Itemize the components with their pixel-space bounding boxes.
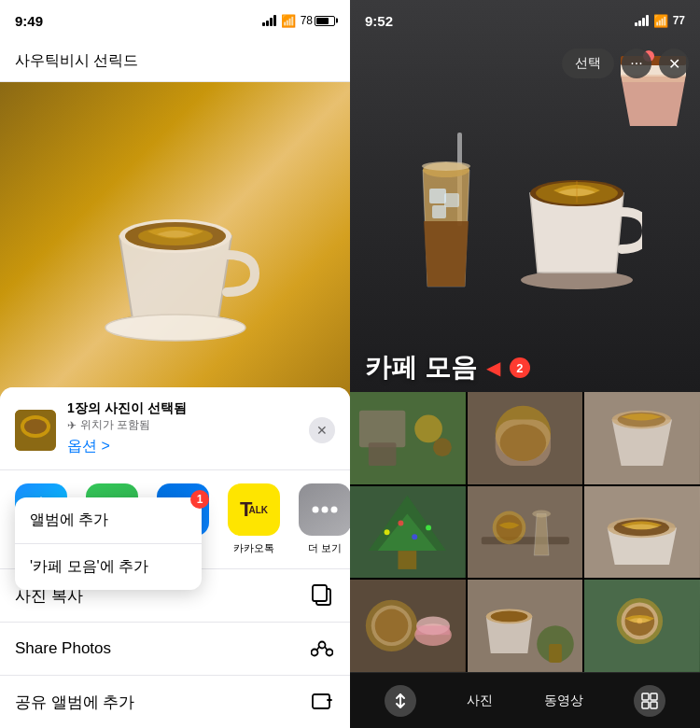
more-label: 더 보기 [308,541,342,555]
right-battery: 77 [673,14,685,27]
svg-rect-80 [549,644,562,663]
share-header: 1장의 사진이 선택됨 ✈ 위치가 포함됨 옵션 > ✕ [0,387,350,470]
grid-cell-7[interactable] [350,580,466,672]
right-status-icons: 📶 77 [635,14,685,28]
left-status-icons: 📶 78 [262,14,335,28]
grid-cell-3[interactable] [584,392,700,484]
grid-cell-8[interactable] [468,580,583,672]
svg-rect-45 [369,442,397,466]
svg-rect-58 [398,551,416,569]
svg-point-47 [433,438,452,456]
add-to-album-item[interactable]: 앨범에 추가 [15,497,202,544]
svg-point-67 [532,510,551,517]
svg-point-7 [24,419,47,434]
svg-point-51 [499,424,545,461]
svg-rect-26 [313,694,329,708]
grid-cell-1[interactable] [350,392,466,484]
photo-grid [350,392,700,672]
svg-rect-20 [313,585,327,601]
coffee-image [82,180,269,348]
more-dots-icon: ··· [630,55,642,72]
svg-point-36 [521,271,633,289]
svg-point-82 [490,611,527,623]
left-nav-bar: 사우틱비시 선릭드 [0,41,350,82]
grid-icon [634,685,665,717]
svg-point-61 [412,534,417,539]
sort-icon [385,685,416,717]
svg-rect-63 [468,486,583,579]
more-icon [299,483,350,536]
svg-point-87 [637,619,643,624]
album-title-bar: 카페 모음 ◀ 2 [350,339,700,397]
svg-point-16 [313,507,319,513]
action-list: 사진 복사 Share Photos [0,569,350,728]
share-close-button[interactable]: ✕ [309,417,335,443]
iced-latte-svg [409,123,483,310]
svg-point-60 [398,520,403,525]
kakao-app-item[interactable]: T ALK 카카오톡 [228,483,280,555]
share-photos-action[interactable]: Share Photos [0,623,350,676]
svg-point-59 [385,529,390,535]
share-title: 1장의 사진이 선택됨 [67,400,298,417]
share-subtitle: ✈ 위치가 포함됨 [67,417,298,433]
svg-point-62 [426,525,431,530]
share-sheet: 1장의 사진이 선택됨 ✈ 위치가 포함됨 옵션 > ✕ [0,387,350,728]
location-icon: ✈ [67,419,77,432]
svg-rect-91 [651,702,657,708]
add-to-shared-album-label: 공유 앨범에 추가 [15,692,134,713]
close-button[interactable]: ✕ [659,49,689,78]
left-time: 9:49 [15,13,43,29]
svg-rect-31 [429,189,446,203]
right-top-controls: 선택 ··· ✕ [350,41,700,86]
grid-view-button[interactable] [634,685,665,717]
svg-rect-77 [416,626,450,636]
svg-rect-32 [444,193,459,207]
album-title: 카페 모음 [365,350,477,385]
add-to-album-dropdown: 1 앨범에 추가 '카페 모음'에 추가 [15,497,202,590]
grid-cell-6[interactable] [584,486,700,579]
right-wifi-icon: 📶 [653,14,668,28]
grid-cell-2[interactable] [468,392,583,484]
badge-arrow-icon: ◀ [486,357,500,379]
add-to-shared-album-icon [309,689,335,715]
videos-label: 동영상 [544,693,583,709]
svg-point-35 [422,161,470,171]
bottom-toolbar: 사진 동영상 [350,672,700,728]
videos-button[interactable]: 동영상 [544,693,583,709]
grid-cell-5[interactable] [468,486,583,579]
right-signal-icon [635,15,649,26]
add-to-shared-album-action[interactable]: 공유 앨범에 추가 [0,676,350,728]
share-photos-icon [309,636,335,662]
share-header-info: 1장의 사진이 선택됨 ✈ 위치가 포함됨 옵션 > [67,400,298,460]
close-icon: ✕ [668,55,680,73]
svg-rect-44 [359,411,405,448]
right-panel: 9:52 📶 77 선택 ··· ✕ [350,0,700,728]
sort-button[interactable] [385,685,416,717]
svg-rect-88 [642,693,649,700]
add-to-cafe-item[interactable]: '카페 모음'에 추가 [15,544,202,590]
photos-label: 사진 [467,693,493,709]
right-status-bar: 9:52 📶 77 [350,0,700,41]
grid-cell-4[interactable] [350,486,466,579]
nav-title: 사우틱비시 선릭드 [15,51,138,71]
more-button[interactable]: ··· [622,49,651,78]
latte-art-svg [511,142,642,291]
wifi-icon: 📶 [281,14,296,28]
svg-point-46 [414,415,442,443]
battery-indicator: 78 [301,14,335,27]
share-thumb [15,410,56,451]
grid-cell-9[interactable] [584,580,700,672]
svg-rect-90 [642,702,649,708]
left-panel: 9:49 📶 78 사우틱비시 선릭드 [0,0,350,728]
more-app-item[interactable]: 더 보기 [299,483,350,555]
left-status-bar: 9:49 📶 78 [0,0,350,41]
svg-rect-33 [432,205,446,218]
svg-point-17 [322,507,329,513]
select-button[interactable]: 선택 [562,49,614,78]
options-button[interactable]: 옵션 > [67,433,298,460]
photos-button[interactable]: 사진 [467,693,493,709]
svg-point-74 [375,609,409,643]
copy-icon [309,582,335,609]
right-time: 9:52 [365,13,393,29]
svg-point-4 [105,315,245,341]
